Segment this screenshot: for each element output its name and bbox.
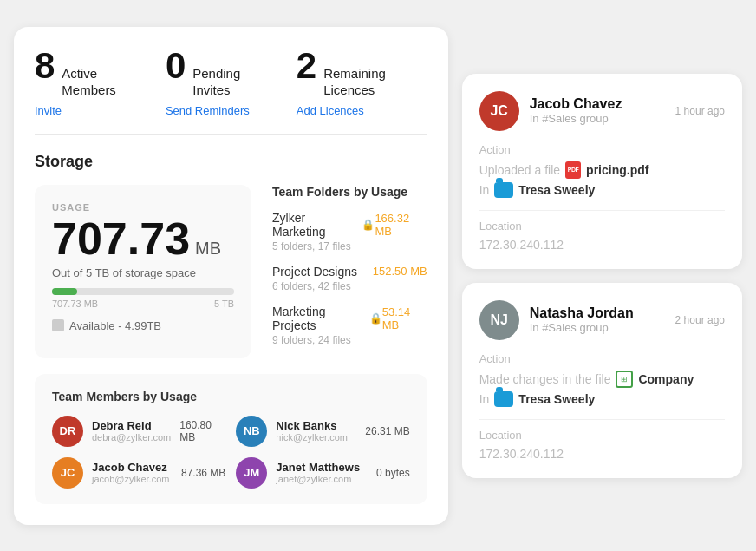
usage-number: 707.73 <box>52 216 190 261</box>
folder-meta-2: 9 folders, 24 files <box>272 334 427 346</box>
activity-name-1: Natasha Jordan <box>530 305 665 321</box>
available-text: Available - 4.99TB <box>52 319 234 332</box>
activity-user-info-0: Jacob Chavez In #Sales group <box>530 96 665 125</box>
avatar-2: JC <box>52 457 83 489</box>
folder-size-1: 152.50 MB <box>373 265 427 278</box>
active-members-stat: 8 ActiveMembers Invite <box>35 48 166 117</box>
members-grid: DR Debra Reid debra@zylker.com 160.80 MB… <box>52 416 410 489</box>
in-row-0: In Tresa Sweely <box>479 182 725 198</box>
action-label-1: Action <box>479 352 725 365</box>
in-folder-0: Tresa Sweely <box>518 183 595 197</box>
member-size-0: 160.80 MB <box>179 419 225 443</box>
folder-item-0: Zylker Marketing 🔒 166.32 MB 5 folders, … <box>272 211 427 253</box>
member-size-1: 26.31 MB <box>365 425 409 437</box>
activity-header-1: NJ Natasha Jordan In #Sales group 2 hour… <box>479 300 725 340</box>
member-info-3: Janet Matthews janet@zylker.com <box>276 461 368 484</box>
member-info-2: Jacob Chavez jacob@zylker.com <box>92 461 173 484</box>
member-size-3: 0 bytes <box>376 467 410 479</box>
member-item-0: DR Debra Reid debra@zylker.com 160.80 MB <box>52 416 225 447</box>
member-email-3: janet@zylker.com <box>276 474 368 484</box>
activity-name-0: Jacob Chavez <box>530 96 665 112</box>
pending-invites-number: 0 <box>166 48 186 84</box>
member-name-1: Nick Banks <box>276 419 356 432</box>
pending-invites-label: PendingInvites <box>192 65 240 99</box>
lock-icon-0: 🔒 <box>362 219 375 231</box>
usage-label: USAGE <box>52 202 234 213</box>
action-filename-0: pricing.pdf <box>586 163 648 177</box>
activity-group-1: In #Sales group <box>530 321 665 334</box>
avatar-1: NB <box>236 416 267 447</box>
left-panel: 8 ActiveMembers Invite 0 PendingInvites … <box>14 27 448 525</box>
available-label: Available - 4.99TB <box>69 319 161 332</box>
lock-icon-2: 🔒 <box>369 312 382 325</box>
active-members-label: ActiveMembers <box>62 65 116 99</box>
member-name-0: Debra Reid <box>92 419 171 432</box>
member-info-1: Nick Banks nick@zylker.com <box>276 419 356 443</box>
storage-usage-panel: USAGE 707.73 MB Out of 5 TB of storage s… <box>35 185 251 358</box>
folder-icon-1 <box>494 391 513 407</box>
spreadsheet-icon-1: ⊞ <box>616 371 633 388</box>
send-reminders-link[interactable]: Send Reminders <box>166 104 250 117</box>
folders-title: Team Folders by Usage <box>272 185 427 199</box>
location-val-0: 172.30.240.112 <box>479 238 725 252</box>
activity-time-0: 1 hour ago <box>675 105 725 117</box>
progress-labels: 707.73 MB 5 TB <box>52 298 234 309</box>
activity-card-0: JC Jacob Chavez In #Sales group 1 hour a… <box>462 74 742 269</box>
right-panel: JC Jacob Chavez In #Sales group 1 hour a… <box>462 74 742 478</box>
active-members-number: 8 <box>35 48 55 84</box>
pdf-icon-0: PDF <box>565 161 581 179</box>
progress-used: 707.73 MB <box>52 298 98 309</box>
in-row-1: In Tresa Sweely <box>479 391 725 407</box>
activity-user-info-1: Natasha Jordan In #Sales group <box>530 305 665 334</box>
available-icon <box>52 319 64 331</box>
stats-row: 8 ActiveMembers Invite 0 PendingInvites … <box>35 48 427 135</box>
member-name-2: Jacob Chavez <box>92 461 173 474</box>
team-folders: Team Folders by Usage Zylker Marketing 🔒… <box>272 185 427 358</box>
remaining-licences-number: 2 <box>297 48 316 84</box>
activity-avatar-1: NJ <box>479 300 519 340</box>
storage-title: Storage <box>35 153 427 171</box>
storage-desc: Out of 5 TB of storage space <box>52 266 234 279</box>
remaining-licences-label: RemainingLicences <box>323 65 386 99</box>
invite-link[interactable]: Invite <box>35 104 62 117</box>
action-row-1: Made changes in the file ⊞ Company <box>479 371 725 388</box>
activity-avatar-0: JC <box>479 91 519 131</box>
location-val-1: 172.30.240.112 <box>479 447 725 461</box>
member-info-0: Debra Reid debra@zylker.com <box>92 419 171 443</box>
location-label-0: Location <box>479 220 725 233</box>
folder-item-1: Project Designs 152.50 MB 6 folders, 42 … <box>272 265 427 292</box>
activity-header-0: JC Jacob Chavez In #Sales group 1 hour a… <box>479 91 725 131</box>
action-text-0: Uploaded a file <box>479 163 560 177</box>
action-filename-1: Company <box>638 372 694 386</box>
member-email-1: nick@zylker.com <box>276 432 356 443</box>
action-label-0: Action <box>479 143 725 156</box>
avatar-3: JM <box>236 457 267 489</box>
member-size-2: 87.36 MB <box>181 467 225 479</box>
activity-card-1: NJ Natasha Jordan In #Sales group 2 hour… <box>462 283 742 478</box>
action-text-1: Made changes in the file <box>479 372 611 386</box>
usage-unit: MB <box>195 239 221 259</box>
folder-meta-1: 6 folders, 42 files <box>272 280 427 292</box>
members-title: Team Members by Usage <box>52 390 410 403</box>
folder-name-0: Zylker Marketing 🔒 <box>272 211 375 239</box>
activity-time-1: 2 hour ago <box>675 314 725 326</box>
in-text-1: In <box>479 392 490 406</box>
in-text-0: In <box>479 183 490 197</box>
in-folder-1: Tresa Sweely <box>518 392 595 406</box>
folder-item-2: Marketing Projects 🔒 53.14 MB 9 folders,… <box>272 305 427 346</box>
divider-1 <box>479 419 725 420</box>
folder-name-2: Marketing Projects 🔒 <box>272 305 382 332</box>
progress-bar-bg <box>52 288 234 295</box>
remaining-licences-stat: 2 RemainingLicences Add Licences <box>297 48 427 117</box>
team-members-section: Team Members by Usage DR Debra Reid debr… <box>35 374 427 504</box>
storage-content: USAGE 707.73 MB Out of 5 TB of storage s… <box>35 185 427 358</box>
avatar-0: DR <box>52 416 83 447</box>
pending-invites-stat: 0 PendingInvites Send Reminders <box>166 48 297 117</box>
member-item-2: JC Jacob Chavez jacob@zylker.com 87.36 M… <box>52 457 225 489</box>
folder-size-0: 166.32 MB <box>375 212 427 238</box>
member-item-1: NB Nick Banks nick@zylker.com 26.31 MB <box>236 416 409 447</box>
divider-0 <box>479 210 725 211</box>
activity-group-0: In #Sales group <box>530 112 665 125</box>
add-licences-link[interactable]: Add Licences <box>297 104 364 117</box>
folder-icon-0 <box>494 182 513 198</box>
